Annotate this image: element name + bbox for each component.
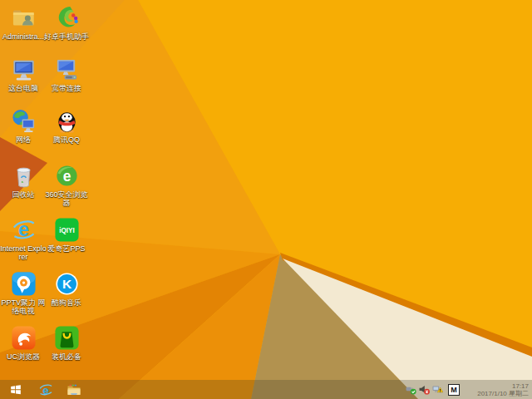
desktop-icon-administrator[interactable]: Administra... xyxy=(0,5,47,41)
desktop-icon-network[interactable]: 网络 xyxy=(0,108,47,144)
desktop-icon-pptv[interactable]: PPTV聚力 网络电视 xyxy=(0,271,47,315)
clock-date: 2017/1/10 星期二 xyxy=(464,390,529,397)
desktop-icon-kugou-music[interactable]: K 酷狗音乐 xyxy=(43,271,90,307)
clock-time: 17:17 xyxy=(464,382,529,390)
tencent-qq-icon xyxy=(54,108,80,134)
taskbar-internet-explorer-button[interactable]: e xyxy=(33,380,58,399)
desktop-icon-haozhuo-assistant[interactable]: 好卓手机助手 xyxy=(43,5,90,41)
taskbar-file-explorer-button[interactable] xyxy=(62,380,86,399)
file-explorer-icon xyxy=(66,382,81,397)
icon-label: 回收站 xyxy=(0,190,47,199)
desktop-icon-internet-explorer[interactable]: e Internet Explorer xyxy=(0,217,47,261)
recycle-bin-icon xyxy=(11,163,37,189)
desktop-icon-iqiyi-pps[interactable]: iQIYI 爱奇艺PPS xyxy=(43,217,90,253)
volume-muted-icon[interactable] xyxy=(419,384,430,395)
network-icon xyxy=(11,108,37,134)
icon-label: 好卓手机助手 xyxy=(43,32,90,41)
icon-label: 腾讯QQ xyxy=(43,135,90,144)
this-pc-icon xyxy=(11,57,37,82)
icon-label: 酷狗音乐 xyxy=(43,298,90,307)
network-warning-icon[interactable] xyxy=(432,384,443,395)
360-browser-icon: e xyxy=(54,163,80,189)
icon-label: 这台电脑 xyxy=(0,84,47,92)
kugou-music-icon: K xyxy=(54,271,80,297)
icon-label: 装机必备 xyxy=(43,352,90,361)
administrator-folder-icon xyxy=(11,5,37,31)
ime-indicator[interactable]: M xyxy=(448,384,460,396)
windows-logo-icon xyxy=(9,383,22,396)
desktop-icon-uc-browser[interactable]: UC浏览器 xyxy=(0,325,47,361)
icon-label: 爱奇艺PPS xyxy=(43,244,90,253)
safely-remove-hardware-icon[interactable] xyxy=(406,384,416,395)
icon-label: Internet Explorer xyxy=(0,244,47,261)
system-tray: M 17:17 2017/1/10 星期二 xyxy=(406,380,532,399)
desktop-icon-360-browser[interactable]: e 360安全浏览器 xyxy=(43,163,90,207)
pptv-icon xyxy=(11,271,37,297)
svg-text:iQIYI: iQIYI xyxy=(59,227,75,234)
broadband-connection-icon xyxy=(54,57,80,82)
svg-text:K: K xyxy=(62,277,71,291)
start-button[interactable] xyxy=(3,380,28,399)
taskbar: e xyxy=(0,380,532,399)
zhuangji-bibei-icon xyxy=(54,325,80,351)
haozhuo-assistant-icon xyxy=(54,5,80,31)
internet-explorer-icon: e xyxy=(38,382,53,397)
taskbar-clock[interactable]: 17:17 2017/1/10 星期二 xyxy=(464,382,529,397)
icon-label: Administra... xyxy=(0,32,47,41)
desktop-icon-this-pc[interactable]: 这台电脑 xyxy=(0,57,47,92)
desktop-icon-tencent-qq[interactable]: 腾讯QQ xyxy=(43,108,90,144)
iqiyi-pps-icon: iQIYI xyxy=(54,217,80,243)
desktop-icon-broadband-connection[interactable]: 宽带连接 xyxy=(43,57,90,92)
icon-label: UC浏览器 xyxy=(0,352,47,361)
desktop-surface[interactable]: Administra... 好卓手机助手 这台电脑 xyxy=(0,0,532,399)
svg-text:e: e xyxy=(62,168,71,185)
desktop-icon-recycle-bin[interactable]: 回收站 xyxy=(0,163,47,199)
uc-browser-icon xyxy=(11,325,37,351)
icon-label: 网络 xyxy=(0,135,47,144)
icon-label: 宽带连接 xyxy=(43,84,90,92)
internet-explorer-icon: e xyxy=(11,217,37,243)
icon-label: PPTV聚力 网络电视 xyxy=(0,298,47,315)
icon-label: 360安全浏览器 xyxy=(43,190,90,207)
desktop-icon-zhuangji-bibei[interactable]: 装机必备 xyxy=(43,325,90,361)
